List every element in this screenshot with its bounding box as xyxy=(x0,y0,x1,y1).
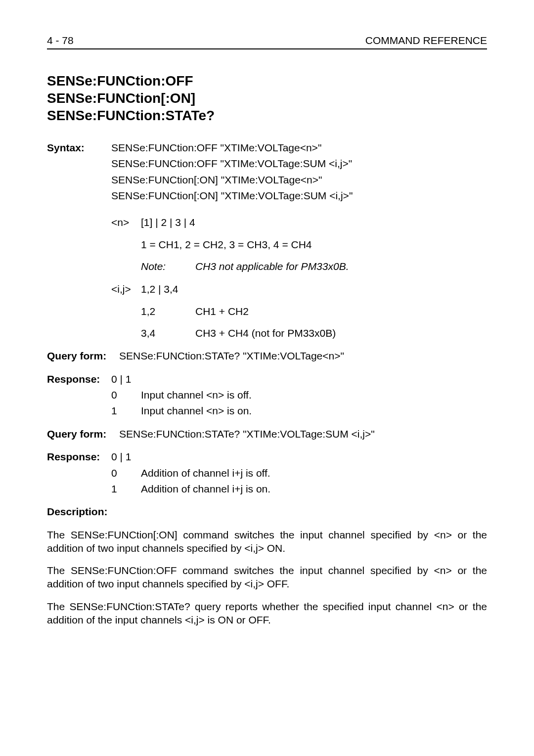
resp1-options: 0 | 1 xyxy=(111,372,487,386)
query-form-1: Query form: SENSe:FUNCtion:STATe? "XTIMe… xyxy=(47,349,487,363)
n-param-mapping: 1 = CH1, 2 = CH2, 3 = CH3, 4 = CH4 xyxy=(141,238,487,252)
ij-param-tag: <i,j> xyxy=(111,282,141,296)
query-form-2: Query form: SENSe:FUNCtion:STATe? "XTIMe… xyxy=(47,427,487,441)
resp2-label: Response: xyxy=(47,450,111,464)
title-line-3: SENSe:FUNCtion:STATe? xyxy=(47,108,215,123)
syntax-line-1: SENSe:FUNCtion:OFF "XTIMe:VOLTage<n>" xyxy=(111,141,487,155)
description-p1: The SENSe:FUNCtion[:ON] command switches… xyxy=(47,528,487,555)
query2-text: SENSe:FUNCtion:STATe? "XTIMe:VOLTage:SUM… xyxy=(119,427,487,441)
ij-row1-val: CH1 + CH2 xyxy=(195,305,487,318)
syntax-label: Syntax: xyxy=(47,141,111,155)
resp1-row1-val: Input channel <n> is on. xyxy=(141,404,487,418)
n-param-options: [1] | 2 | 3 | 4 xyxy=(141,216,487,229)
note-label: Note: xyxy=(141,260,195,273)
resp1-row1-key: 1 xyxy=(111,404,141,418)
page-title: SENSe:FUNCtion:OFF SENSe:FUNCtion[:ON] S… xyxy=(47,72,487,124)
page-header: 4 - 78 COMMAND REFERENCE xyxy=(47,35,487,49)
resp2-row1-key: 1 xyxy=(111,482,141,496)
resp2-options: 0 | 1 xyxy=(111,450,487,464)
resp2-row0-val: Addition of channel i+j is off. xyxy=(141,466,487,480)
response-1: Response: 0 | 1 0 Input channel <n> is o… xyxy=(47,372,487,418)
description-label: Description: xyxy=(47,505,487,519)
syntax-block: Syntax: SENSe:FUNCtion:OFF "XTIMe:VOLTag… xyxy=(47,141,487,340)
title-line-2: SENSe:FUNCtion[:ON] xyxy=(47,90,195,106)
response-2: Response: 0 | 1 0 Addition of channel i+… xyxy=(47,450,487,496)
ij-row1-key: 1,2 xyxy=(141,305,195,318)
syntax-line-2: SENSe:FUNCtion:OFF "XTIMe:VOLTage:SUM <i… xyxy=(111,157,487,171)
note-text: CH3 not applicable for PM33x0B. xyxy=(195,260,487,273)
resp2-row1-val: Addition of channel i+j is on. xyxy=(141,482,487,496)
resp1-row0-val: Input channel <n> is off. xyxy=(141,388,487,402)
syntax-line-3: SENSe:FUNCtion[:ON] "XTIMe:VOLTage<n>" xyxy=(111,173,487,187)
resp2-row0-key: 0 xyxy=(111,466,141,480)
page-number: 4 - 78 xyxy=(47,35,74,46)
ij-row2-key: 3,4 xyxy=(141,326,195,340)
query1-text: SENSe:FUNCtion:STATe? "XTIMe:VOLTage<n>" xyxy=(119,349,487,363)
document-page: 4 - 78 COMMAND REFERENCE SENSe:FUNCtion:… xyxy=(0,0,534,665)
description-p2: The SENSe:FUNCtion:OFF command switches … xyxy=(47,564,487,591)
syntax-line-4: SENSe:FUNCtion[:ON] "XTIMe:VOLTage:SUM <… xyxy=(111,189,487,203)
description-block: Description: The SENSe:FUNCtion[:ON] com… xyxy=(47,505,487,626)
query1-label: Query form: xyxy=(47,349,119,363)
ij-param-options: 1,2 | 3,4 xyxy=(141,282,487,296)
description-p3: The SENSe:FUNCtion:STATe? query reports … xyxy=(47,600,487,627)
n-param-tag: <n> xyxy=(111,216,141,229)
resp1-label: Response: xyxy=(47,372,111,386)
query2-label: Query form: xyxy=(47,427,119,441)
ij-row2-val: CH3 + CH4 (not for PM33x0B) xyxy=(195,326,487,340)
section-label: COMMAND REFERENCE xyxy=(365,35,487,46)
resp1-row0-key: 0 xyxy=(111,388,141,402)
title-line-1: SENSe:FUNCtion:OFF xyxy=(47,73,193,89)
